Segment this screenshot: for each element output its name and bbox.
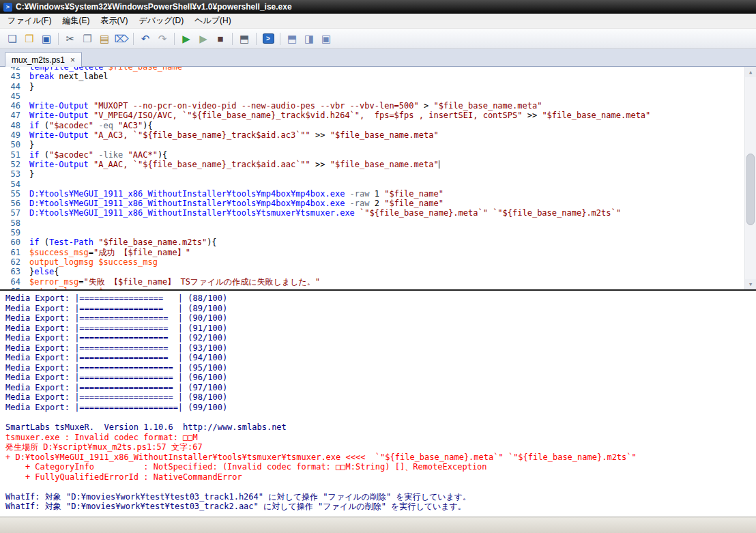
app-icon: > xyxy=(3,3,12,12)
tab-bar: mux_m2ts.ps1 × xyxy=(0,49,756,67)
copy-icon[interactable]: ❐ xyxy=(79,31,96,47)
code-line[interactable]: 59 xyxy=(0,228,756,237)
menu-item-debug[interactable]: デバッグ(D) xyxy=(133,14,189,28)
code-text: Write-Output "MUXOPT --no-pcr-on-video-p… xyxy=(29,101,542,111)
paste-icon[interactable]: ▤ xyxy=(96,31,113,47)
output-pane[interactable]: Media Export: |================= | (88/1… xyxy=(0,289,756,517)
code-line[interactable]: 57D:¥tools¥MeGUI_1911_x86_WithoutInstall… xyxy=(0,208,756,218)
new-remote-tab-icon[interactable]: ⬒ xyxy=(236,31,252,47)
tab-mux-m2ts[interactable]: mux_m2ts.ps1 × xyxy=(5,52,82,67)
stop-icon[interactable]: ■ xyxy=(212,31,229,47)
console-line: 発生場所 D:¥script¥mux_m2ts.ps1:57 文字:67 xyxy=(5,442,756,452)
line-number: 54 xyxy=(0,179,20,189)
layout-right-icon[interactable]: ◨ xyxy=(301,31,317,47)
code-line[interactable]: 43break next_label xyxy=(0,72,756,81)
line-number: 46 xyxy=(0,101,20,111)
layout-top-icon-glyph: ⬒ xyxy=(287,33,297,44)
scrollbar-track[interactable] xyxy=(745,77,756,279)
code-line[interactable]: 63}else{ xyxy=(0,267,756,276)
line-number: 57 xyxy=(0,208,20,218)
code-line[interactable]: 42tempfile_delete $file_base_name xyxy=(0,67,756,72)
code-line[interactable]: 53} xyxy=(0,169,756,179)
code-line[interactable]: 50} xyxy=(0,140,756,149)
toolbar: ❏❒▣✂❐▤⌦↶↷▶▶■⬒>⬒◨▣ xyxy=(0,29,756,49)
toolbar-separator xyxy=(256,33,257,45)
title-bar[interactable]: > C:¥Windows¥System32¥WindowsPowerShell¥… xyxy=(0,0,756,14)
run-script-icon[interactable]: ▶ xyxy=(178,31,194,47)
code-text: $success_msg="成功 【$file_name】" xyxy=(29,248,190,257)
line-number: 48 xyxy=(0,121,20,130)
toolbar-separator xyxy=(280,33,280,45)
code-line[interactable]: 65output_logmsg $error_msg xyxy=(0,287,756,289)
code-text: if ("$acodec" -like "AAC*"){ xyxy=(29,150,167,160)
line-number: 55 xyxy=(0,189,20,199)
code-text: } xyxy=(29,82,34,91)
console-line: Media Export: |================== | (94/… xyxy=(5,353,756,363)
line-number: 43 xyxy=(0,72,20,81)
save-icon[interactable]: ▣ xyxy=(38,31,55,47)
open-file-icon[interactable]: ❒ xyxy=(21,31,38,47)
menu-item-edit[interactable]: 編集(E) xyxy=(57,14,95,28)
code-line[interactable]: 60if (Test-Path "$file_base_name.m2ts"){ xyxy=(0,237,756,247)
redo-icon[interactable]: ↷ xyxy=(154,31,171,47)
line-number: 45 xyxy=(0,91,20,101)
console-lines: Media Export: |================= | (88/1… xyxy=(5,293,756,512)
powershell-console-icon[interactable]: > xyxy=(260,31,276,47)
new-file-icon[interactable]: ❏ xyxy=(4,31,20,47)
undo-icon-glyph: ↶ xyxy=(141,33,150,44)
line-number: 51 xyxy=(0,150,20,160)
undo-icon[interactable]: ↶ xyxy=(137,31,154,47)
scroll-down-icon[interactable]: ▼ xyxy=(745,279,756,289)
code-text: output_logmsg $error_msg xyxy=(29,287,147,289)
code-line[interactable]: 48if ("$acodec" -eq "AC3"){ xyxy=(0,121,756,130)
console-line: Media Export: |================== | (91/… xyxy=(5,323,756,334)
code-line[interactable]: 58 xyxy=(0,218,756,228)
menu-item-file[interactable]: ファイル(F) xyxy=(2,14,57,28)
line-number: 63 xyxy=(0,267,20,276)
line-number: 49 xyxy=(0,130,20,140)
scrollbar-thumb[interactable] xyxy=(746,154,755,225)
line-number: 61 xyxy=(0,248,20,257)
code-text: output_logmsg $success_msg xyxy=(29,257,158,267)
code-text: if ("$acodec" -eq "AC3"){ xyxy=(29,121,153,130)
toolbar-separator xyxy=(174,33,175,45)
run-selection-icon[interactable]: ▶ xyxy=(195,31,212,47)
toolbar-separator xyxy=(232,33,233,45)
code-line[interactable]: 61$success_msg="成功 【$file_name】" xyxy=(0,248,756,257)
code-line[interactable]: 44} xyxy=(0,82,756,91)
line-number: 60 xyxy=(0,237,20,247)
code-line[interactable]: 45 xyxy=(0,91,756,101)
code-line[interactable]: 54 xyxy=(0,179,756,189)
code-text: Write-Output "A_AAC, `"${file_base_name}… xyxy=(29,160,439,169)
line-number: 64 xyxy=(0,277,20,287)
code-line[interactable]: 47Write-Output "V_MPEG4/ISO/AVC, `"${fil… xyxy=(0,111,756,120)
code-line[interactable]: 46Write-Output "MUXOPT --no-pcr-on-video… xyxy=(0,101,756,111)
tab-close-icon[interactable]: × xyxy=(70,55,75,65)
line-number: 65 xyxy=(0,287,20,289)
layout-max-icon[interactable]: ▣ xyxy=(318,31,334,47)
scroll-up-icon[interactable]: ▲ xyxy=(745,67,756,77)
run-script-icon-glyph: ▶ xyxy=(182,33,190,44)
console-line: Media Export: |================= | (88/1… xyxy=(5,293,756,304)
menu-item-view[interactable]: 表示(V) xyxy=(95,14,133,28)
clear-output-icon[interactable]: ⌦ xyxy=(113,31,130,47)
save-icon-glyph: ▣ xyxy=(42,33,51,44)
editor-lines: 42tempfile_delete $file_base_name43break… xyxy=(0,67,756,289)
code-line[interactable]: 64$error_msg="失敗 【$file_name】 TSファイルの作成に… xyxy=(0,277,756,287)
code-line[interactable]: 55D:¥tools¥MeGUI_1911_x86_WithoutInstall… xyxy=(0,189,756,199)
code-line[interactable]: 62output_logmsg $success_msg xyxy=(0,257,756,267)
cut-icon[interactable]: ✂ xyxy=(62,31,78,47)
code-text: Write-Output "V_MPEG4/ISO/AVC, `"${file_… xyxy=(29,111,650,120)
menu-item-help[interactable]: ヘルプ(H) xyxy=(189,14,237,28)
layout-top-icon[interactable]: ⬒ xyxy=(284,31,300,47)
editor-scrollbar[interactable]: ▲ ▼ xyxy=(744,67,756,289)
script-editor-pane[interactable]: 42tempfile_delete $file_base_name43break… xyxy=(0,67,756,289)
console-line: Media Export: |================== | (92/… xyxy=(5,333,756,343)
code-line[interactable]: 52Write-Output "A_AAC, `"${file_base_nam… xyxy=(0,160,756,169)
console-line: Media Export: |=================== | (98… xyxy=(5,392,756,403)
console-line: WhatIf: 対象 "D:¥movies¥work¥test¥test03_t… xyxy=(5,502,756,512)
code-line[interactable]: 51if ("$acodec" -like "AAC*"){ xyxy=(0,150,756,160)
code-text: } xyxy=(29,140,34,149)
code-line[interactable]: 56D:¥tools¥MeGUI_1911_x86_WithoutInstall… xyxy=(0,199,756,208)
code-line[interactable]: 49Write-Output "A_AC3, `"${file_base_nam… xyxy=(0,130,756,140)
